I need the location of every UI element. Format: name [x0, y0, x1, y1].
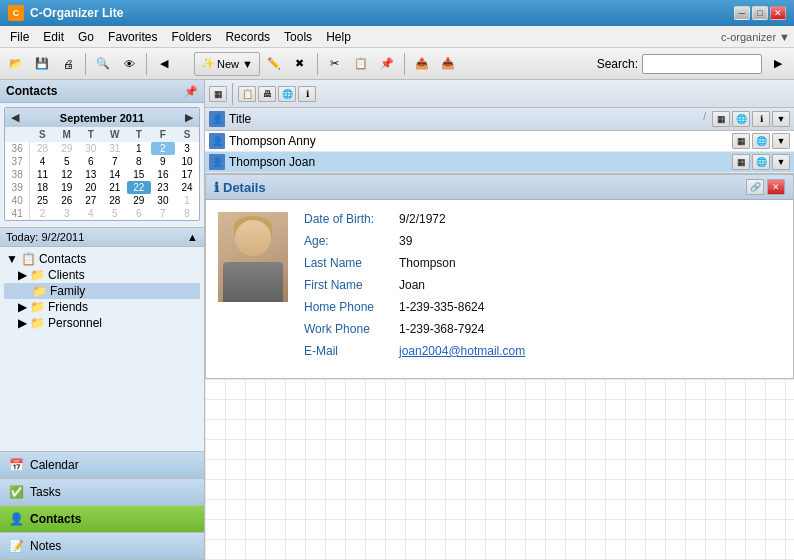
close-button[interactable]: ✕ [770, 6, 786, 20]
edit-button[interactable]: ✏️ [262, 52, 286, 76]
pin-icon[interactable]: 📌 [184, 85, 198, 98]
search-input[interactable] [642, 54, 762, 74]
cal-day[interactable]: 1 [127, 142, 151, 155]
menu-records[interactable]: Records [219, 28, 276, 46]
cal-day[interactable]: 10 [175, 155, 199, 168]
cal-day[interactable]: 5 [55, 155, 79, 168]
cal-day[interactable]: 8 [127, 155, 151, 168]
nav-contacts[interactable]: 👤 Contacts [0, 506, 204, 533]
toolbar-search-btn[interactable]: 🔍 [91, 52, 115, 76]
cal-day[interactable]: 27 [79, 194, 103, 207]
calendar-next-btn[interactable]: ▶ [185, 111, 193, 124]
cal-day[interactable]: 1 [175, 194, 199, 207]
toolbar-preview-btn[interactable]: 👁 [117, 52, 141, 76]
delete-button[interactable]: ✖ [288, 52, 312, 76]
menu-file[interactable]: File [4, 28, 35, 46]
cal-today[interactable]: 22 [127, 181, 151, 194]
col-grid-btn[interactable]: ▦ [712, 111, 730, 127]
maximize-button[interactable]: □ [752, 6, 768, 20]
record2-web-btn[interactable]: 🌐 [752, 154, 770, 170]
details-close-btn[interactable]: ✕ [767, 179, 785, 195]
menu-help[interactable]: Help [320, 28, 357, 46]
record1-expand-btn[interactable]: ▼ [772, 133, 790, 149]
tree-contacts-root[interactable]: ▼ 📋 Contacts [4, 251, 200, 267]
calendar-prev-btn[interactable]: ◀ [11, 111, 19, 124]
search-go-btn[interactable]: ▶ [766, 52, 790, 76]
email-link[interactable]: joan2004@hotmail.com [399, 344, 525, 358]
menu-edit[interactable]: Edit [37, 28, 70, 46]
cal-day[interactable]: 12 [55, 168, 79, 181]
tree-clients[interactable]: ▶ 📁 Clients [4, 267, 200, 283]
rt-icon3-btn[interactable]: 🌐 [278, 86, 296, 102]
nav-notes[interactable]: 📝 Notes [0, 533, 204, 560]
details-link-btn[interactable]: 🔗 [746, 179, 764, 195]
cal-day[interactable]: 30 [151, 194, 175, 207]
cal-day[interactable]: 30 [79, 142, 103, 155]
rt-info-btn[interactable]: ℹ [298, 86, 316, 102]
cal-day[interactable]: 29 [55, 142, 79, 155]
cal-day[interactable]: 29 [127, 194, 151, 207]
cal-day[interactable]: 2 [30, 207, 55, 220]
cal-day[interactable]: 14 [103, 168, 127, 181]
cal-day[interactable]: 24 [175, 181, 199, 194]
cal-day[interactable]: 26 [55, 194, 79, 207]
today-expand-icon[interactable]: ▲ [187, 231, 198, 243]
cal-day[interactable]: 11 [30, 168, 55, 181]
cal-day-selected[interactable]: 2 [151, 142, 175, 155]
cal-day[interactable]: 15 [127, 168, 151, 181]
menu-folders[interactable]: Folders [165, 28, 217, 46]
rt-grid-btn[interactable]: ▦ [209, 86, 227, 102]
col-expand-btn[interactable]: ▼ [772, 111, 790, 127]
nav-calendar[interactable]: 📅 Calendar [0, 452, 204, 479]
cal-day[interactable]: 3 [55, 207, 79, 220]
cal-day[interactable]: 17 [175, 168, 199, 181]
cal-day[interactable]: 25 [30, 194, 55, 207]
cal-day[interactable]: 23 [151, 181, 175, 194]
copy-button[interactable]: 📋 [349, 52, 373, 76]
cal-day[interactable]: 9 [151, 155, 175, 168]
cal-day[interactable]: 31 [103, 142, 127, 155]
record1-web-btn[interactable]: 🌐 [752, 133, 770, 149]
tree-friends[interactable]: ▶ 📁 Friends [4, 299, 200, 315]
export-button[interactable]: 📤 [410, 52, 434, 76]
cal-day[interactable]: 4 [30, 155, 55, 168]
cut-button[interactable]: ✂ [323, 52, 347, 76]
record2-expand-btn[interactable]: ▼ [772, 154, 790, 170]
record2-grid-btn[interactable]: ▦ [732, 154, 750, 170]
cal-day[interactable]: 6 [127, 207, 151, 220]
new-button[interactable]: ✨ New ▼ [194, 52, 260, 76]
cal-day[interactable]: 4 [79, 207, 103, 220]
cal-day[interactable]: 16 [151, 168, 175, 181]
cal-day[interactable]: 8 [175, 207, 199, 220]
toolbar-back-btn[interactable]: ◀ [152, 52, 176, 76]
tree-personnel[interactable]: ▶ 📁 Personnel [4, 315, 200, 331]
menu-go[interactable]: Go [72, 28, 100, 46]
record-row-2[interactable]: 👤 Thompson Joan ▦ 🌐 ▼ [205, 152, 794, 173]
cal-day[interactable]: 28 [30, 142, 55, 155]
rt-icon1-btn[interactable]: 📋 [238, 86, 256, 102]
cal-day[interactable]: 6 [79, 155, 103, 168]
cal-day[interactable]: 13 [79, 168, 103, 181]
cal-day[interactable]: 7 [151, 207, 175, 220]
cal-day[interactable]: 20 [79, 181, 103, 194]
menu-favorites[interactable]: Favorites [102, 28, 163, 46]
cal-day[interactable]: 3 [175, 142, 199, 155]
record1-grid-btn[interactable]: ▦ [732, 133, 750, 149]
tree-family[interactable]: 📁 Family [4, 283, 200, 299]
toolbar-print-btn[interactable]: 🖨 [56, 52, 80, 76]
menu-tools[interactable]: Tools [278, 28, 318, 46]
record-row-1[interactable]: 👤 Thompson Anny ▦ 🌐 ▼ [205, 131, 794, 152]
col-info-btn[interactable]: ℹ [752, 111, 770, 127]
cal-day[interactable]: 7 [103, 155, 127, 168]
rt-icon2-btn[interactable]: 🖶 [258, 86, 276, 102]
cal-day[interactable]: 21 [103, 181, 127, 194]
col-web-btn[interactable]: 🌐 [732, 111, 750, 127]
import-button[interactable]: 📥 [436, 52, 460, 76]
cal-day[interactable]: 18 [30, 181, 55, 194]
cal-day[interactable]: 5 [103, 207, 127, 220]
minimize-button[interactable]: ─ [734, 6, 750, 20]
cal-day[interactable]: 28 [103, 194, 127, 207]
nav-tasks[interactable]: ✅ Tasks [0, 479, 204, 506]
paste-button[interactable]: 📌 [375, 52, 399, 76]
toolbar-save-btn[interactable]: 💾 [30, 52, 54, 76]
